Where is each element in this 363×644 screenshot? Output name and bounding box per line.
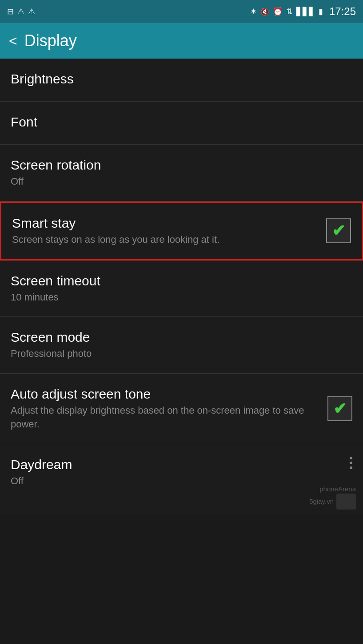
settings-item-smart-stay-title: Smart stay bbox=[12, 215, 326, 231]
settings-item-smart-stay[interactable]: Smart stay Screen stays on as long as yo… bbox=[0, 201, 363, 261]
settings-item-screen-rotation[interactable]: Screen rotation Off bbox=[0, 145, 363, 201]
warning-icon-1: ⚠ bbox=[17, 7, 24, 16]
gallery-icon: ⊟ bbox=[7, 7, 14, 16]
settings-item-auto-adjust-title: Auto adjust screen tone bbox=[11, 386, 327, 402]
alarm-icon: ⏰ bbox=[273, 7, 283, 16]
page-title: Display bbox=[24, 32, 77, 50]
watermark-5giay: 5giay.vn bbox=[309, 498, 334, 505]
auto-adjust-checkbox[interactable]: ✔ bbox=[327, 396, 352, 421]
watermark-phonearena: phoneArena bbox=[319, 485, 356, 493]
smart-stay-checkmark: ✔ bbox=[332, 223, 345, 239]
settings-item-screen-timeout[interactable]: Screen timeout 10 minutes bbox=[0, 261, 363, 317]
settings-item-screen-mode-content: Screen mode Professional photo bbox=[11, 329, 352, 361]
settings-item-brightness[interactable]: Brightness bbox=[0, 59, 363, 102]
settings-item-screen-rotation-content: Screen rotation Off bbox=[11, 157, 352, 189]
settings-item-font-content: Font bbox=[11, 114, 352, 132]
sync-icon: ⇅ bbox=[286, 7, 293, 16]
settings-item-daydream-subtitle: Off bbox=[11, 474, 352, 488]
auto-adjust-checkmark: ✔ bbox=[333, 401, 347, 417]
settings-item-font-title: Font bbox=[11, 114, 352, 130]
settings-item-daydream-title: Daydream bbox=[11, 457, 352, 473]
settings-item-screen-rotation-subtitle: Off bbox=[11, 175, 352, 189]
settings-item-daydream-content: Daydream Off bbox=[11, 457, 352, 488]
status-time: 17:25 bbox=[329, 5, 356, 18]
back-button[interactable]: < bbox=[9, 33, 17, 49]
settings-item-screen-timeout-content: Screen timeout 10 minutes bbox=[11, 273, 352, 304]
bluetooth-icon: ✶ bbox=[250, 7, 257, 16]
battery-icon: ▮ bbox=[319, 7, 323, 16]
settings-item-font[interactable]: Font bbox=[0, 102, 363, 145]
settings-item-screen-mode-subtitle: Professional photo bbox=[11, 347, 352, 361]
settings-item-auto-adjust[interactable]: Auto adjust screen tone Adjust the displ… bbox=[0, 374, 363, 444]
status-icons-right: ✶ 🔇 ⏰ ⇅ ▋▋▋ ▮ 17:25 bbox=[250, 5, 356, 18]
mute-icon: 🔇 bbox=[260, 8, 269, 16]
settings-item-screen-mode-title: Screen mode bbox=[11, 329, 352, 345]
settings-item-auto-adjust-content: Auto adjust screen tone Adjust the displ… bbox=[11, 386, 327, 431]
settings-item-screen-timeout-subtitle: 10 minutes bbox=[11, 291, 352, 304]
signal-icon: ▋▋▋ bbox=[296, 7, 315, 16]
settings-item-screen-timeout-title: Screen timeout bbox=[11, 273, 352, 289]
settings-item-auto-adjust-subtitle: Adjust the display brightness based on t… bbox=[11, 404, 327, 431]
settings-item-screen-mode[interactable]: Screen mode Professional photo bbox=[0, 317, 363, 374]
settings-list: Brightness Font Screen rotation Off Smar… bbox=[0, 59, 363, 515]
settings-item-smart-stay-subtitle: Screen stays on as long as you are looki… bbox=[12, 233, 326, 247]
settings-item-brightness-content: Brightness bbox=[11, 71, 352, 89]
overflow-menu-icon[interactable] bbox=[350, 457, 352, 469]
settings-item-brightness-title: Brightness bbox=[11, 71, 352, 87]
settings-item-screen-rotation-title: Screen rotation bbox=[11, 157, 352, 173]
smart-stay-checkbox[interactable]: ✔ bbox=[326, 218, 351, 243]
settings-item-daydream[interactable]: Daydream Off phoneArena 5giay.vn bbox=[0, 444, 363, 515]
app-bar: < Display bbox=[0, 23, 363, 59]
status-icons-left: ⊟ ⚠ ⚠ bbox=[7, 7, 35, 16]
settings-item-smart-stay-content: Smart stay Screen stays on as long as yo… bbox=[12, 215, 326, 247]
warning-icon-2: ⚠ bbox=[28, 7, 35, 16]
status-bar: ⊟ ⚠ ⚠ ✶ 🔇 ⏰ ⇅ ▋▋▋ ▮ 17:25 bbox=[0, 0, 363, 23]
watermark-logo bbox=[336, 494, 356, 510]
